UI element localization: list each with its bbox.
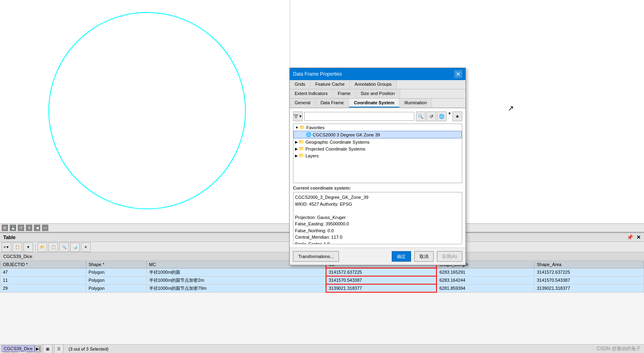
status-bar: |◀ ◀ 0 ▶ ▶| ▦ ☰ (3 out of 3 Selected) <box>0 344 644 353</box>
tab-coordinate-system[interactable]: Coordinate System <box>349 99 399 107</box>
tree-expand-icon: ▶ <box>295 140 298 144</box>
table-title: Table <box>3 235 15 240</box>
svg-rect-0 <box>294 114 298 115</box>
grid-icon[interactable]: ⊞ <box>2 225 8 231</box>
tree-item-4[interactable]: ▶📁Layers <box>293 152 462 159</box>
table-layer-name: CGCS39_Dice <box>3 254 32 259</box>
tree-container: ▼📁Favorites 🌐CGCS2000 3 Degree GK Zone 3… <box>293 124 462 183</box>
tab-extent-indicators[interactable]: Extent Indicators <box>290 89 333 98</box>
dialog-data-frame-properties: Data Frame Properties ✕ Grids Feature Ca… <box>289 68 466 265</box>
tree-label: Layers <box>305 153 319 158</box>
tree-item-2[interactable]: ▶📁Geographic Coordinate Systems <box>293 138 462 145</box>
table-row[interactable]: 47Polygon半径1000m的圆3141572.6372256283.165… <box>0 268 644 276</box>
table-toolbar-btn2[interactable]: 📋 <box>12 242 22 252</box>
layer-tag[interactable]: CGCS39_Dice <box>2 345 35 352</box>
view-grid-icon[interactable]: ▦ <box>43 344 52 353</box>
dialog-titlebar: Data Frame Properties ✕ <box>290 68 465 80</box>
col-header-shape-area[interactable]: Shape_Area <box>534 261 644 268</box>
tree-expand-icon: ▶ <box>295 147 298 151</box>
tree-item-3[interactable]: ▶📁Projected Coordinate Systems <box>293 145 462 152</box>
search-toolbar: ▼ 🔍 ↺ 🌐 ▼ ★ <box>293 111 462 121</box>
folder-icon: 📁 <box>299 139 304 145</box>
main-canvas <box>0 0 290 223</box>
transformations-button[interactable]: Transformations... <box>293 251 339 262</box>
dialog-body: ▼ 🔍 ↺ 🌐 ▼ ★ ▼📁Favorites 🌐CGCS2000 3 Degr… <box>290 108 465 248</box>
tree-expand-icon: ▼ <box>295 126 299 130</box>
tabs-row-2: Extent Indicators Frame Size and Positio… <box>290 89 465 99</box>
circle-drawing <box>48 12 246 209</box>
dialog-close-button[interactable]: ✕ <box>454 70 462 78</box>
tab-data-frame[interactable]: Data Frame <box>316 99 349 107</box>
tabs-row-1: Grids Feature Cache Annotation Groups <box>290 80 465 89</box>
filter-icon-btn[interactable]: ▼ <box>293 111 303 121</box>
cancel-button[interactable]: 取消 <box>414 251 434 262</box>
table-toolbar-btn5[interactable]: 📋 <box>48 242 58 252</box>
dialog-tabs: Grids Feature Cache Annotation Groups Ex… <box>290 80 465 108</box>
globe-icon-btn[interactable]: 🌐 <box>437 111 447 121</box>
table-toolbar-btn4[interactable]: 📂 <box>37 242 47 252</box>
tree-label: Geographic Coordinate Systems <box>305 140 370 145</box>
apply-button[interactable]: 应用(A) <box>437 251 462 262</box>
tree-label: CGCS2000 3 Degree GK Zone 39 <box>313 132 380 137</box>
filter-icon <box>293 114 299 119</box>
view-list-icon[interactable]: ☰ <box>54 344 64 353</box>
tab-annotation-groups[interactable]: Annotation Groups <box>350 80 397 89</box>
col-header-shape[interactable]: Shape * <box>86 261 146 268</box>
table-toolbar-btn3[interactable]: ▼ <box>23 242 33 252</box>
col-header-objectid[interactable]: OBJECTID * <box>0 261 86 268</box>
tree-item-0[interactable]: ▼📁Favorites <box>293 124 462 131</box>
refresh-icon[interactable]: ↺ <box>18 225 24 231</box>
star-icon-btn[interactable]: ★ <box>453 111 462 121</box>
refresh-btn[interactable]: ↺ <box>426 111 436 121</box>
table-pin-icon[interactable]: 📌 <box>627 234 633 240</box>
tab-general[interactable]: General <box>290 99 316 107</box>
table-toolbar-btn1[interactable]: ≡▼ <box>2 242 11 252</box>
save-icon[interactable]: 💾 <box>10 225 16 231</box>
table-toolbar-btn8[interactable]: ✕ <box>81 242 91 252</box>
table-row[interactable]: 29Polygon半径1000m的圆节点加密70m3139021.3183776… <box>0 284 644 292</box>
table-row[interactable]: 11Polygon半径1000m的圆节点加密2m3141570.54338762… <box>0 276 644 284</box>
folder-icon: 📁 <box>299 153 304 158</box>
selection-status: (3 out of 3 Selected) <box>69 347 108 351</box>
leaf-icon: 🌐 <box>306 132 312 137</box>
svg-rect-1 <box>295 116 297 117</box>
watermark: CSDN @激动的兔子 <box>596 345 641 352</box>
coord-system-label: Current coordinate system: <box>293 186 462 190</box>
dialog-title: Data Frame Properties <box>293 71 342 77</box>
tab-frame[interactable]: Frame <box>333 89 356 98</box>
folder-icon: 📁 <box>299 125 305 130</box>
expand-icon[interactable]: ▭ <box>42 225 48 231</box>
tree-label: Favorites <box>306 125 324 130</box>
table-toolbar-btn7[interactable]: 📊 <box>70 242 80 252</box>
coord-info-box: CGCS2000_3_Degree_GK_Zone_39 WKID: 4527 … <box>293 192 462 244</box>
dialog-footer: Transformations... 确定 取消 应用(A) <box>290 248 465 265</box>
tab-size-and-position[interactable]: Size and Position <box>356 89 400 98</box>
search-input[interactable] <box>304 112 414 121</box>
ok-button[interactable]: 确定 <box>392 251 411 262</box>
tab-grids[interactable]: Grids <box>290 80 310 89</box>
table-close-icon[interactable]: ✕ <box>636 234 641 240</box>
tab-feature-cache[interactable]: Feature Cache <box>310 80 350 89</box>
collapse-icon[interactable]: ◀ <box>34 225 40 231</box>
table-toolbar-btn6[interactable]: 🔍 <box>59 242 69 252</box>
tree-expand-icon: ▶ <box>295 154 298 158</box>
svg-rect-2 <box>295 118 297 118</box>
tree-item-1[interactable]: 🌐CGCS2000 3 Degree GK Zone 39 <box>293 131 462 138</box>
data-table: OBJECTID * Shape * MC MJ Shape_Length Sh… <box>0 260 644 293</box>
pause-icon[interactable]: ⏸ <box>26 225 32 231</box>
tree-label: Projected Coordinate Systems <box>305 147 366 151</box>
tab-illumination[interactable]: Illumination <box>399 99 432 107</box>
search-actions: 🔍 ↺ 🌐 ▼ ★ <box>416 111 462 121</box>
search-btn[interactable]: 🔍 <box>416 111 426 121</box>
folder-icon: 📁 <box>299 146 304 151</box>
tabs-row-3: General Data Frame Coordinate System Ill… <box>290 99 465 108</box>
nav-last-btn[interactable]: ▶| <box>35 346 41 352</box>
